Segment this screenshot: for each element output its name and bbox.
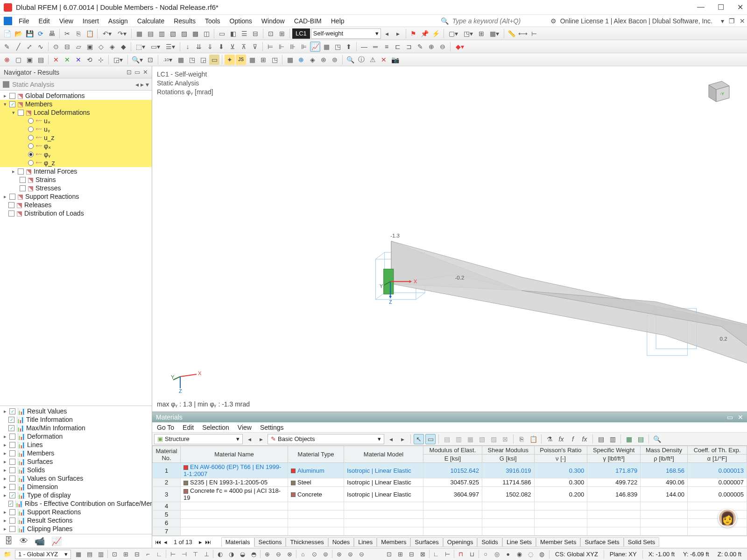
member-icon[interactable]: ⊟: [62, 42, 72, 52]
grid-icon[interactable]: ⊞: [258, 55, 268, 65]
s-icon[interactable]: ⊜: [345, 550, 355, 559]
s-icon[interactable]: ⊞: [121, 550, 130, 559]
opt-item[interactable]: ▸📊Lines: [0, 441, 152, 449]
s-icon[interactable]: ⌂: [298, 550, 308, 559]
tool-icon[interactable]: ▧: [168, 28, 178, 39]
close-button[interactable]: ✕: [737, 3, 743, 12]
loadcase-select[interactable]: Self-weight▾: [311, 28, 381, 39]
op-icon[interactable]: ◇: [96, 42, 106, 52]
tool-icon[interactable]: ▦: [134, 28, 144, 39]
table-row[interactable]: 6: [153, 519, 747, 527]
s-icon[interactable]: ⊡: [110, 550, 119, 559]
dropdown-icon[interactable]: ▾: [721, 17, 724, 25]
nav-icon[interactable]: ◈: [307, 55, 317, 65]
color-icon[interactable]: ◆▾: [453, 42, 467, 52]
edit-icon[interactable]: ⊐: [404, 42, 414, 52]
menu-view[interactable]: View: [55, 16, 78, 26]
node-icon[interactable]: ⊞: [277, 28, 287, 39]
table-row[interactable]: 1EN AW-6060 (EP) T66 | EN 1999-1-1:2007A…: [153, 463, 747, 478]
tree-node[interactable]: ▸⬔Internal Forces: [0, 167, 152, 175]
curve-icon[interactable]: ∿: [35, 42, 46, 52]
o4-icon[interactable]: ◉: [514, 550, 524, 559]
tree-opt[interactable]: ⬳φₓ: [0, 142, 152, 150]
menu-file[interactable]: File: [14, 16, 34, 26]
menu-help[interactable]: Help: [326, 16, 349, 26]
tree-opt-selected[interactable]: ⬳φᵧ: [0, 150, 152, 159]
s-icon[interactable]: ⊥: [202, 550, 211, 559]
table-icon[interactable]: ▦: [285, 55, 295, 65]
navigator-sub[interactable]: Static Analysis ◂▸▾: [0, 78, 152, 91]
materials-grid[interactable]: Material No. Material Name Material Type…: [152, 446, 747, 536]
res-icon[interactable]: 📈: [310, 42, 320, 52]
tree-node[interactable]: ⬔Strains: [0, 175, 152, 184]
opt-item[interactable]: ▸📊Solids: [0, 466, 152, 474]
opt-item[interactable]: ▸✓📊Result Values: [0, 407, 152, 415]
opt-item[interactable]: ▸📊Members: [0, 449, 152, 457]
tool-icon[interactable]: ▤: [145, 28, 155, 39]
fn-icon[interactable]: fx: [556, 434, 566, 444]
table-row[interactable]: 7: [153, 527, 747, 536]
cube-icon[interactable]: ◳▾: [461, 28, 475, 39]
folder-icon[interactable]: 📁: [3, 550, 12, 559]
settings-icon[interactable]: ⚙: [550, 17, 557, 25]
table-row[interactable]: 2S235 | EN 1993-1-1:2005-05SteelIsotropi…: [153, 478, 747, 487]
next-icon[interactable]: ▸: [393, 28, 403, 39]
box-icon[interactable]: ▤: [35, 55, 46, 65]
delete-icon[interactable]: ✕: [379, 55, 389, 65]
snap-icon[interactable]: ⊢: [443, 550, 452, 559]
fn3-icon[interactable]: fx: [579, 434, 590, 444]
csv-icon[interactable]: ▤: [635, 434, 646, 444]
load-icon[interactable]: ↓: [183, 42, 193, 52]
tool-icon[interactable]: ▨: [179, 28, 189, 39]
paste2-icon[interactable]: 📋: [528, 434, 538, 444]
s-icon[interactable]: ⊚: [321, 550, 330, 559]
nav-icon[interactable]: ⊛: [318, 55, 329, 65]
row-icon[interactable]: ▤: [442, 434, 452, 444]
edit-icon[interactable]: ✎: [415, 42, 425, 52]
menu-options[interactable]: Options: [225, 16, 257, 26]
chart-icon[interactable]: 📈: [51, 536, 62, 546]
prev2-icon[interactable]: ◂: [386, 434, 396, 444]
view-icon[interactable]: ▭: [217, 28, 227, 39]
menu-insert[interactable]: Insert: [78, 16, 104, 26]
import-icon[interactable]: ▥: [607, 434, 618, 444]
o3-icon[interactable]: ●: [503, 550, 513, 559]
s-icon[interactable]: ▥: [96, 550, 106, 559]
axis-icon[interactable]: ⊹: [96, 55, 106, 65]
s-icon[interactable]: ⌐: [143, 550, 153, 559]
tree-node[interactable]: ▸⬔Support Reactions: [0, 192, 152, 201]
edit-icon[interactable]: ⊏: [393, 42, 403, 52]
find-icon[interactable]: 🔍: [345, 55, 355, 65]
tree-node[interactable]: ⬔Stresses: [0, 184, 152, 192]
o5-icon[interactable]: ◌: [526, 550, 535, 559]
line2-icon[interactable]: ⤢: [24, 42, 35, 52]
box-icon[interactable]: ▢▾: [446, 28, 460, 39]
box-icon[interactable]: ▢: [13, 55, 23, 65]
materials-tab[interactable]: Solids: [477, 537, 502, 547]
axis-icon[interactable]: ✕: [62, 55, 72, 65]
materials-tab[interactable]: Solid Sets: [624, 537, 660, 547]
nav-icon[interactable]: ⊚: [330, 55, 340, 65]
snap-icon[interactable]: ⊠: [418, 550, 427, 559]
maximize-button[interactable]: ☐: [718, 3, 724, 12]
o2-icon[interactable]: ◎: [492, 550, 501, 559]
dim-icon[interactable]: ⟷: [518, 28, 528, 39]
app-menu-icon[interactable]: [4, 17, 12, 25]
float-icon[interactable]: ▭: [134, 69, 140, 76]
redo-icon[interactable]: ↷▾: [115, 28, 129, 39]
s-icon[interactable]: ▦: [74, 550, 83, 559]
obj-icon[interactable]: ▦: [176, 55, 186, 65]
opt-item[interactable]: ▸✓📊Type of display: [0, 491, 152, 499]
mat-menu-goto[interactable]: Go To: [157, 424, 174, 431]
s-icon[interactable]: ⊟: [132, 550, 141, 559]
structure-select[interactable]: ▣Structure▾: [154, 434, 243, 444]
tree-localdef[interactable]: ▾⬔Local Deformations: [0, 108, 152, 117]
pick-icon[interactable]: ↖: [414, 434, 424, 444]
print-icon[interactable]: 🖶: [47, 28, 57, 39]
lc-badge[interactable]: LC1: [292, 28, 310, 39]
zoom-fit-icon[interactable]: ⊡: [145, 55, 155, 65]
obj-icon[interactable]: ▭: [209, 55, 219, 65]
mat-menu-selection[interactable]: Selection: [202, 424, 229, 431]
snap2-icon[interactable]: ⊔: [467, 550, 477, 559]
table-row[interactable]: 3Concrete f'c = 4000 psi | ACI 318-19Con…: [153, 487, 747, 502]
